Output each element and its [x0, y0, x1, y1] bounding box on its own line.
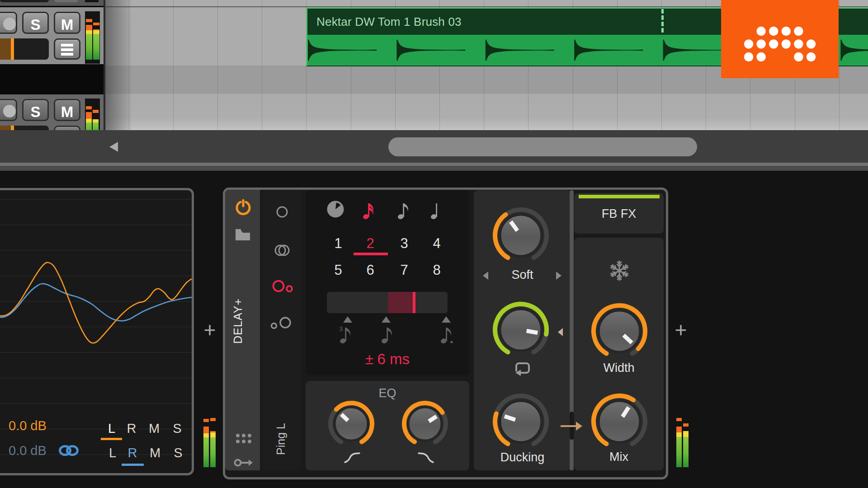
- track-1-volume-slider[interactable]: [0, 0, 49, 2]
- soft-knob-label[interactable]: Soft: [474, 268, 571, 282]
- panel-divider[interactable]: [0, 166, 868, 171]
- track-header-3[interactable]: SM: [0, 94, 104, 130]
- meter-peak: [86, 19, 92, 22]
- mute-button-label: M: [55, 17, 79, 32]
- freeze-snowflake-icon[interactable]: [609, 260, 630, 282]
- feedback-fx-header-box[interactable]: FB FX: [574, 193, 664, 234]
- meter-bar: [93, 99, 99, 130]
- add-device-button-end[interactable]: +: [672, 322, 690, 340]
- track-volume-slider[interactable]: [0, 126, 49, 130]
- feedback-knob[interactable]: [492, 301, 549, 358]
- division-4[interactable]: 4: [423, 235, 450, 252]
- track-header-2[interactable]: SM: [0, 7, 104, 64]
- remote-controls-icon[interactable]: [235, 433, 252, 445]
- channel-S[interactable]: S: [169, 446, 187, 460]
- meter-peak: [203, 419, 209, 422]
- slider-tick-dotted: [442, 316, 451, 323]
- delay-mode-ping-l-icon[interactable]: [272, 279, 293, 295]
- eighth-note-icon[interactable]: [397, 202, 410, 220]
- dotted-note-icon: [439, 326, 454, 344]
- modulation-routing-icon[interactable]: [233, 457, 253, 468]
- meter-segment: [683, 437, 689, 467]
- oscilloscope-device[interactable]: 0.0 dB 0.0 dB LRMS LRMS: [0, 188, 194, 475]
- division-1[interactable]: 1: [325, 235, 352, 252]
- eq-hp-knob[interactable]: [328, 400, 375, 447]
- arranger-timeline[interactable]: Nektar DW Tom 1 Brush 03: [105, 0, 868, 130]
- scope-gain-right-value[interactable]: 0.0 dB: [9, 443, 47, 458]
- meter-peak: [86, 106, 92, 109]
- solo-button[interactable]: S: [22, 99, 49, 121]
- horizontal-scroll-zone[interactable]: [0, 130, 868, 163]
- mute-button[interactable]: M: [54, 12, 80, 34]
- offset-ms-value[interactable]: 6 ms: [377, 351, 410, 367]
- straight-note-icon: [381, 326, 394, 344]
- meter-peak: [210, 418, 216, 421]
- feedback-fx-label[interactable]: FB FX: [574, 207, 664, 221]
- mix-knob-label[interactable]: Mix: [574, 450, 664, 464]
- channel-L[interactable]: L: [104, 446, 122, 460]
- delay-plus-device[interactable]: DELAY+: [223, 188, 668, 479]
- quarter-note-icon[interactable]: [430, 202, 443, 220]
- delay-mode-mono-icon[interactable]: [275, 205, 289, 219]
- meter-segment: [86, 122, 92, 130]
- track-header-1[interactable]: [0, 0, 104, 6]
- division-2[interactable]: 2: [357, 235, 384, 252]
- panel-divider-highlight[interactable]: [0, 163, 868, 166]
- add-device-button[interactable]: +: [201, 322, 219, 340]
- delay-offset-handle[interactable]: [413, 292, 415, 313]
- track-volume-handle[interactable]: [11, 38, 14, 60]
- offset-plusminus[interactable]: ±: [365, 351, 373, 367]
- device-power-icon[interactable]: [235, 199, 251, 216]
- mute-button[interactable]: M: [54, 99, 80, 121]
- ducking-knob-label[interactable]: Ducking: [474, 450, 571, 465]
- delay-mode-stereo-icon[interactable]: [274, 244, 291, 257]
- scope-gain-left-value[interactable]: 0.0 dB: [9, 418, 47, 433]
- width-knob[interactable]: [591, 303, 648, 360]
- record-arm-button[interactable]: [0, 12, 17, 34]
- division-5[interactable]: 5: [325, 262, 352, 278]
- track-menu-button[interactable]: [54, 38, 80, 60]
- channel-M[interactable]: M: [146, 446, 164, 460]
- width-knob-label[interactable]: Width: [574, 361, 664, 375]
- meter-peak: [93, 110, 99, 113]
- track-menu-button[interactable]: [54, 126, 80, 130]
- channel-M[interactable]: M: [145, 421, 163, 436]
- channel-L[interactable]: L: [103, 421, 121, 436]
- device-name-label[interactable]: DELAY+: [231, 298, 245, 344]
- channel-R[interactable]: R: [123, 446, 142, 460]
- device-chain-panel: 0.0 dB 0.0 dB LRMS LRMS +: [0, 171, 868, 488]
- track-volume-fill: [0, 38, 11, 60]
- scrollbar-thumb[interactable]: [388, 137, 697, 156]
- delay-offset-value[interactable]: ± 6 ms: [306, 351, 469, 368]
- clip-split-marker[interactable]: [661, 9, 664, 34]
- stereo-link-icon[interactable]: [58, 444, 79, 457]
- division-8[interactable]: 8: [423, 262, 450, 278]
- sixteenth-note-icon[interactable]: [362, 202, 376, 220]
- beat-grid-line: [173, 0, 174, 130]
- scope-channel-underline-left: [101, 438, 122, 440]
- track-volume-slider[interactable]: [0, 38, 49, 60]
- meter-segment: [93, 34, 99, 60]
- device-preset-folder-icon[interactable]: [235, 229, 250, 241]
- channel-S[interactable]: S: [168, 421, 186, 436]
- division-7[interactable]: 7: [391, 262, 418, 278]
- delay-mode-ping-r-icon[interactable]: [271, 316, 292, 332]
- mix-knob[interactable]: [591, 393, 648, 450]
- meter-segment: [210, 437, 216, 467]
- ducking-knob[interactable]: [492, 393, 549, 450]
- soft-knob[interactable]: [492, 207, 549, 264]
- track-volume-handle[interactable]: [11, 126, 14, 130]
- solo-button[interactable]: S: [22, 12, 49, 34]
- division-3[interactable]: 3: [391, 235, 418, 252]
- feedback-repeat-icon[interactable]: [511, 359, 531, 376]
- eq-lp-knob[interactable]: [401, 400, 448, 447]
- track-1-menu-button[interactable]: [54, 0, 78, 2]
- record-arm-button[interactable]: [0, 99, 17, 121]
- free-time-icon[interactable]: [326, 200, 344, 218]
- audio-clip-title: Nektar DW Tom 1 Brush 03: [316, 15, 462, 29]
- delay-mode-label[interactable]: Ping L: [274, 423, 288, 455]
- delay-offset-slider[interactable]: [327, 292, 448, 313]
- division-6[interactable]: 6: [357, 262, 384, 278]
- scroll-left-arrow[interactable]: [109, 142, 118, 152]
- channel-R[interactable]: R: [123, 421, 141, 436]
